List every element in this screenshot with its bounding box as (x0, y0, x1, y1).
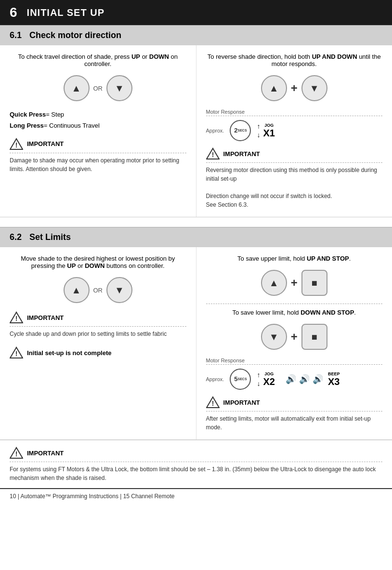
sec62-jog-count: X2 (263, 376, 274, 387)
sec62-imp1-text: Cycle shade up and down prior to setting… (10, 326, 186, 338)
jog-label: JOG (263, 123, 274, 128)
sec62-jog-label: JOG (263, 371, 274, 376)
sec62-or-label: OR (93, 287, 103, 294)
bottom-imp-header: ! IMPORTANT (10, 446, 382, 460)
sec62-right-imp-label: IMPORTANT (223, 399, 260, 406)
down-btn-lower[interactable]: ▼ (261, 324, 287, 350)
press-info: Quick Press= Step Long Press= Continuous… (10, 109, 186, 132)
important-label: IMPORTANT (27, 140, 64, 147)
spacer1 (0, 217, 392, 227)
sec62-num: 6.2 (10, 232, 22, 242)
stop-btn-upper[interactable]: ■ (301, 270, 327, 296)
sec62-timer-num: 5 (234, 376, 237, 383)
sec62-left-intro: Move shade to the desired highest or low… (10, 255, 186, 269)
sec61-left: To check travel direction of shade, pres… (0, 45, 196, 217)
long-press-label: Long Press (10, 122, 44, 129)
down-button[interactable]: ▼ (106, 75, 132, 101)
beep-icon-1: 🔊 (286, 374, 296, 384)
jog-arrows: ↑ ↓ (257, 122, 260, 139)
sec62-right-imp-header: ! IMPORTANT (206, 396, 383, 409)
svg-text:!: ! (15, 315, 18, 322)
sec62-jog-area: ↑ ↓ JOG X2 (257, 371, 274, 387)
sec62-motor-response-label: Motor Response (206, 358, 383, 365)
timer-badge: 2 SECS (230, 120, 251, 141)
sec61-left-intro: To check travel direction of shade, pres… (10, 53, 186, 67)
sec62-jog-arrows: ↑ ↓ (257, 371, 260, 387)
jog-count-area: JOG X1 (263, 123, 274, 139)
sec62-imp1-label: IMPORTANT (27, 314, 64, 321)
right-important-header: ! IMPORTANT (206, 147, 383, 160)
jog-count: X1 (263, 128, 274, 139)
sec61-content: To check travel direction of shade, pres… (0, 45, 392, 217)
beep-icon-2: 🔊 (299, 374, 310, 384)
right-imp-p1: Reversing motor direction using this met… (206, 166, 383, 183)
sec62-approx-row: Approx. 5 SECS ↑ ↓ JOG X2 🔊 🔊 🔊 (206, 369, 383, 390)
divider-upper (206, 304, 383, 304)
right-imp-p2: Direction change will not occur if switc… (206, 192, 383, 200)
stop-btn-lower[interactable]: ■ (301, 324, 327, 350)
long-press-eq: = Continuous Travel (44, 122, 100, 129)
motor-response-label: Motor Response (206, 109, 383, 116)
header-title: INITIAL SET UP (27, 7, 105, 18)
timer-num: 2 (234, 127, 237, 134)
svg-text:!: ! (15, 350, 18, 358)
sec61-title: Check motor direction (29, 30, 121, 40)
sec62-content: Move shade to the desired highest or low… (0, 247, 392, 440)
footer-text: 10 | Automate™ Programming Instructions … (10, 493, 174, 500)
sec61-left-important: ! IMPORTANT Damage to shade may occur wh… (10, 137, 186, 173)
header-section-num: 6 (10, 5, 17, 20)
svg-text:!: ! (211, 399, 214, 407)
svg-text:!: ! (15, 141, 18, 149)
sec62-upper-intro: To save upper limit, hold UP AND STOP. (206, 255, 383, 262)
section-61-header: 6.1 Check motor direction (0, 25, 392, 45)
beep-num: X3 (328, 376, 340, 387)
sec62-left-important2: ! Initial set-up is not complete (10, 346, 186, 359)
sec62-imp2-label: Initial set-up is not complete (27, 349, 112, 357)
jog-arrow-down: ↓ (257, 131, 260, 139)
sec62-right-important: ! IMPORTANT After setting limits, motor … (206, 396, 383, 432)
plus-upper: + (291, 276, 298, 290)
sec62-lower-intro: To save lower limit, hold DOWN AND STOP. (206, 309, 383, 316)
quick-press-label: Quick Press (10, 111, 46, 118)
warning-icon: ! (10, 137, 23, 151)
bottom-important: ! IMPORTANT For systems using FT Motors … (0, 440, 392, 488)
important-header: ! IMPORTANT (10, 137, 186, 151)
timer-unit: SECS (238, 129, 247, 133)
sec61-btn-row: ▲ OR ▼ (10, 75, 186, 101)
sec62-title: Set Limits (29, 232, 71, 242)
warning-icon-sec62-2: ! (10, 346, 23, 359)
right-important-text: Reversing motor direction using this met… (206, 162, 383, 209)
sec61-right-important: ! IMPORTANT Reversing motor direction us… (206, 147, 383, 209)
approx-label: Approx. (206, 128, 224, 133)
beep-row: 🔊 🔊 🔊 BEEP X3 (286, 371, 340, 387)
sec62-down-button[interactable]: ▼ (106, 277, 132, 303)
svg-text:!: ! (211, 151, 214, 159)
plus-sign: + (291, 81, 298, 95)
up-button[interactable]: ▲ (64, 75, 90, 101)
quick-press-eq: = Step (46, 111, 64, 118)
section-62-header: 6.2 Set Limits (0, 227, 392, 247)
right-important-label: IMPORTANT (223, 150, 260, 158)
sec62-approx-label: Approx. (206, 376, 224, 382)
sec62-imp1-header: ! IMPORTANT (10, 311, 186, 324)
up-btn-upper[interactable]: ▲ (261, 270, 287, 296)
sec61-right: To reverse shade direction, hold both UP… (196, 45, 392, 217)
beep-icon-3: 🔊 (313, 374, 323, 384)
down-button-right[interactable]: ▼ (301, 75, 327, 101)
page-footer: 10 | Automate™ Programming Instructions … (0, 488, 392, 504)
sec61-right-btn-row: ▲ + ▼ (206, 75, 383, 101)
warning-icon-bottom: ! (10, 446, 23, 460)
approx-row: Approx. 2 SECS ↑ ↓ JOG X1 (206, 120, 383, 141)
sec62-imp2-header: ! Initial set-up is not complete (10, 346, 186, 359)
svg-text:!: ! (15, 450, 18, 458)
warning-icon-sec62-right: ! (206, 396, 220, 409)
plus-lower: + (291, 330, 298, 344)
right-imp-p3: See Section 6.3. (206, 200, 383, 209)
jog-area: ↑ ↓ JOG X1 (257, 122, 274, 139)
sec62-up-button[interactable]: ▲ (64, 277, 90, 303)
sec62-left-important1: ! IMPORTANT Cycle shade up and down prio… (10, 311, 186, 338)
sec61-right-intro: To reverse shade direction, hold both UP… (206, 53, 383, 67)
sec62-right: To save upper limit, hold UP AND STOP. ▲… (196, 247, 392, 439)
or-label: OR (93, 85, 103, 92)
up-button-right[interactable]: ▲ (261, 75, 287, 101)
